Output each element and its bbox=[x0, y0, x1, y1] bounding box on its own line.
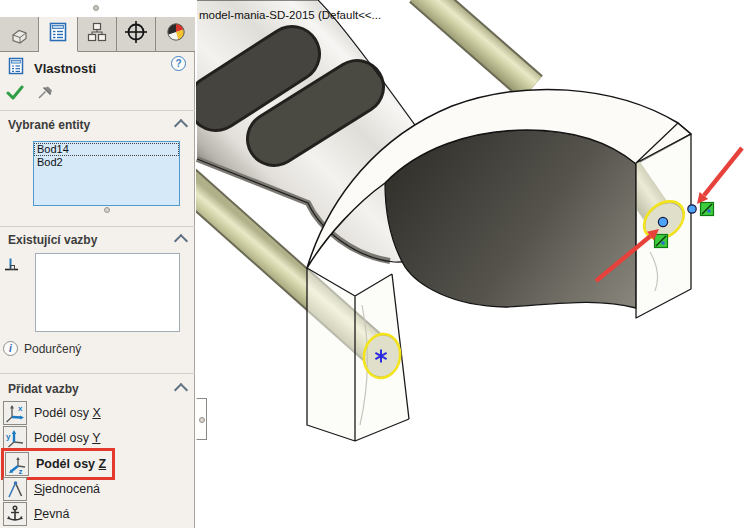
mate-option-label: Podél osy X bbox=[34, 406, 101, 420]
splitter-grip[interactable] bbox=[93, 5, 99, 11]
tab-configuration-manager[interactable] bbox=[78, 17, 117, 51]
edge-handle-grip bbox=[199, 417, 205, 423]
collapse-existing-mates-icon[interactable] bbox=[174, 234, 188, 248]
panel-header: Vlastnosti bbox=[6, 56, 96, 80]
ok-button[interactable] bbox=[6, 84, 24, 105]
tab-dimxpert-manager[interactable] bbox=[117, 17, 156, 51]
help-icon[interactable]: ? bbox=[171, 56, 186, 71]
ring-left-end[interactable] bbox=[307, 268, 409, 441]
manager-tab-bar bbox=[0, 17, 195, 52]
mate-option-along-y[interactable]: y Podél osy Y bbox=[3, 426, 101, 450]
panel-title: Vlastnosti bbox=[34, 61, 96, 76]
mate-option-label: Pevná bbox=[34, 507, 69, 521]
panel-splitter[interactable] bbox=[0, 0, 195, 18]
mate-option-label: Podél osy Y bbox=[34, 431, 101, 445]
panel-actions bbox=[6, 84, 54, 105]
tab-feature-manager[interactable] bbox=[0, 17, 39, 51]
divider bbox=[0, 373, 195, 374]
properties-icon bbox=[6, 56, 26, 80]
svg-text:y: y bbox=[6, 432, 11, 441]
property-manager-panel: Vlastnosti ? Vybrané entity Bod14 Bod2 E… bbox=[0, 0, 195, 528]
anchor-icon bbox=[3, 502, 27, 526]
status-row: i Podurčený bbox=[3, 341, 81, 356]
existing-mates-list[interactable] bbox=[35, 253, 180, 332]
svg-text:z: z bbox=[19, 467, 23, 475]
tab-display-manager[interactable] bbox=[156, 17, 195, 51]
list-item[interactable]: Bod2 bbox=[34, 156, 179, 169]
property-manager-icon bbox=[46, 20, 70, 48]
point-marker-bod14[interactable] bbox=[658, 217, 667, 226]
section-existing-mates-title: Existující vazby bbox=[8, 233, 97, 247]
mate-option-coincident[interactable]: Sjednocená bbox=[3, 477, 100, 501]
model-tree-label[interactable]: model-mania-SD-2015 (Default<<... bbox=[199, 9, 381, 21]
configuration-manager-icon bbox=[85, 20, 109, 48]
tab-property-manager[interactable] bbox=[39, 17, 78, 52]
section-add-mates-title: Přidat vazby bbox=[8, 382, 79, 396]
pin-icon[interactable] bbox=[36, 84, 54, 105]
point-marker-vertex[interactable] bbox=[688, 205, 696, 213]
axis-x-icon: x bbox=[3, 401, 27, 425]
mate-option-label: Podél osy Z bbox=[36, 457, 106, 471]
divider bbox=[0, 226, 195, 227]
feature-manager-icon bbox=[7, 20, 31, 48]
axis-y-icon: y bbox=[3, 426, 27, 450]
display-manager-icon bbox=[164, 20, 188, 48]
collapse-add-mates-icon[interactable] bbox=[174, 383, 188, 397]
list-resize-handle[interactable] bbox=[104, 207, 110, 213]
perpendicular-mate-icon bbox=[3, 255, 20, 277]
section-selected-entities-title: Vybrané entity bbox=[8, 118, 90, 132]
coincident-icon bbox=[3, 477, 27, 501]
coordinate-system-icon bbox=[701, 203, 714, 216]
mate-option-label: Sjednocená bbox=[34, 482, 100, 496]
viewport-3d[interactable]: model-mania-SD-2015 (Default<<... bbox=[196, 0, 750, 528]
mate-option-along-x[interactable]: x Podél osy X bbox=[3, 401, 101, 425]
info-icon: i bbox=[3, 341, 18, 356]
svg-text:x: x bbox=[18, 404, 23, 413]
divider bbox=[0, 110, 195, 111]
mate-option-fixed[interactable]: Pevná bbox=[3, 502, 69, 526]
dimxpert-manager-icon bbox=[123, 19, 149, 49]
status-text: Podurčený bbox=[24, 342, 81, 356]
selected-entities-list[interactable]: Bod14 Bod2 bbox=[33, 141, 180, 206]
axis-z-icon: z bbox=[5, 452, 29, 476]
panel-edge-handle[interactable] bbox=[196, 398, 207, 440]
coordinate-system-icon bbox=[655, 235, 668, 248]
mate-option-along-z[interactable]: z Podél osy Z bbox=[1, 448, 115, 480]
list-item[interactable]: Bod14 bbox=[34, 143, 179, 156]
collapse-selected-entities-icon[interactable] bbox=[174, 119, 188, 133]
